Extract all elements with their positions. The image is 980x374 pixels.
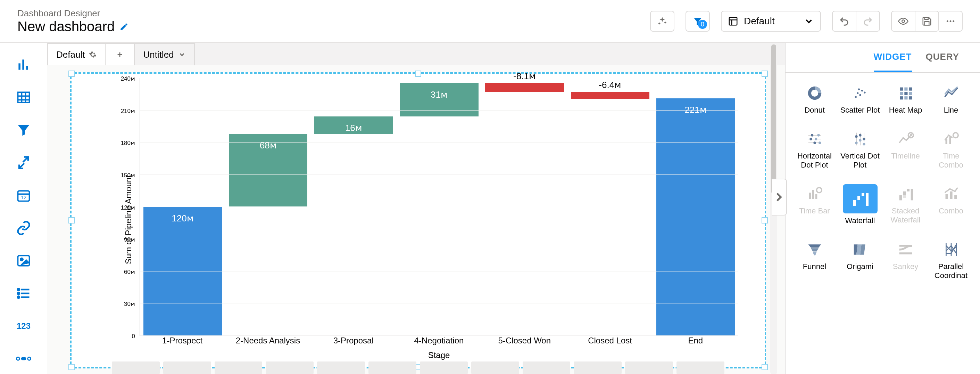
tab-default-label: Default — [56, 50, 85, 60]
widget-canvas[interactable]: Sum of Pipeline Amount 120ᴍ68ᴍ16ᴍ31ᴍ-8.1… — [70, 72, 766, 368]
svg-rect-46 — [900, 96, 903, 99]
charttype-waterfall[interactable]: Waterfall — [838, 184, 881, 225]
bar-label: 68ᴍ — [229, 140, 307, 151]
svg-point-36 — [859, 94, 861, 96]
waterfall-bar[interactable]: 221ᴍ — [656, 98, 735, 336]
chevron-down-icon[interactable] — [178, 51, 186, 58]
svg-rect-0 — [729, 18, 737, 26]
rail-link-icon[interactable] — [16, 221, 31, 236]
more-icon — [945, 16, 956, 26]
expand-panel-button[interactable] — [772, 179, 787, 216]
preview-button[interactable] — [891, 11, 915, 32]
svg-text:12: 12 — [21, 195, 26, 200]
waterfall-bar[interactable]: 68ᴍ — [229, 134, 307, 207]
x-tick: 3-Proposal — [311, 336, 396, 350]
rail-image-icon[interactable] — [16, 253, 31, 269]
waterfall-bar[interactable]: 31ᴍ — [400, 83, 478, 117]
tab-widget[interactable]: WIDGET — [874, 51, 912, 72]
rail-filter-icon[interactable] — [16, 122, 31, 137]
svg-rect-9 — [18, 63, 21, 70]
waterfall-bar[interactable]: -8.1ᴍ — [485, 83, 564, 92]
x-tick: Closed Lost — [567, 336, 652, 350]
charttype-donut[interactable]: Donut — [793, 83, 836, 115]
resize-handle[interactable] — [68, 217, 75, 224]
svg-rect-4 — [925, 18, 928, 19]
svg-rect-45 — [909, 92, 912, 95]
layout-select[interactable]: Default — [721, 11, 821, 32]
canvas-wrap: Default Untitled — [47, 43, 786, 374]
rail-chart-icon[interactable] — [16, 57, 31, 72]
charttype-parallel[interactable]: Parallel Coordinat — [930, 240, 972, 280]
plus-icon — [116, 51, 124, 58]
tab-default[interactable]: Default — [47, 43, 105, 66]
rail-number-icon[interactable]: 123 — [16, 318, 31, 334]
svg-point-34 — [854, 96, 857, 98]
svg-point-65 — [862, 137, 865, 140]
charttype-combo[interactable]: Combo — [930, 184, 972, 225]
charttype-stackedwf[interactable]: Stacked Waterfall — [884, 184, 927, 225]
undo-button[interactable] — [832, 11, 856, 32]
svg-point-56 — [813, 141, 816, 144]
charttype-sankey[interactable]: Sankey — [884, 240, 927, 280]
redo-button[interactable] — [856, 11, 880, 32]
x-axis-label: Stage — [140, 350, 738, 360]
edit-title-icon[interactable] — [119, 22, 129, 31]
svg-rect-79 — [862, 193, 864, 196]
filter-button[interactable]: 0 — [686, 11, 710, 32]
resize-handle[interactable] — [762, 217, 768, 224]
chart-type-grid: Donut Scatter Plot Heat Map Line Horizon… — [786, 73, 980, 291]
charttype-timecombo[interactable]: Time Combo — [930, 129, 972, 169]
svg-point-76 — [816, 188, 822, 193]
x-tick: 1-Prospect — [140, 336, 225, 350]
tab-query[interactable]: QUERY — [926, 51, 959, 72]
charttype-line[interactable]: Line — [930, 83, 972, 115]
charttype-heatmap[interactable]: Heat Map — [884, 83, 927, 115]
charttype-timebar[interactable]: Time Bar — [793, 184, 836, 225]
eye-icon — [898, 16, 908, 26]
grid-guides — [70, 361, 766, 374]
plot-area: 120ᴍ68ᴍ16ᴍ31ᴍ-8.1ᴍ-6.4ᴍ221ᴍ 030ᴍ60ᴍ90ᴍ12… — [140, 78, 738, 336]
rail-list-icon[interactable] — [16, 286, 31, 301]
svg-rect-77 — [853, 200, 856, 206]
svg-point-62 — [859, 134, 861, 136]
svg-rect-73 — [809, 193, 811, 199]
svg-rect-29 — [21, 357, 26, 360]
rail-toggle-icon[interactable] — [16, 351, 31, 366]
charttype-timeline[interactable]: Timeline — [884, 129, 927, 169]
gear-icon[interactable] — [89, 51, 97, 58]
x-tick: 2-Needs Analysis — [225, 336, 310, 350]
svg-point-72 — [953, 133, 958, 138]
bar-label: 31ᴍ — [400, 90, 478, 100]
save-button[interactable] — [915, 11, 939, 32]
resize-handle[interactable] — [415, 70, 421, 77]
scrollbar-thumb[interactable] — [771, 45, 776, 194]
more-button[interactable] — [939, 11, 963, 32]
sparkle-button[interactable] — [650, 11, 675, 32]
bar-label: 16ᴍ — [314, 123, 393, 133]
y-tick: 210ᴍ — [121, 105, 140, 115]
svg-rect-48 — [909, 96, 912, 99]
charttype-funnel[interactable]: Funnel — [793, 240, 836, 280]
rail-table-icon[interactable] — [16, 90, 31, 105]
rail-date-icon[interactable]: 12 — [16, 188, 31, 203]
svg-point-21 — [21, 258, 23, 261]
waterfall-bar[interactable]: -6.4ᴍ — [571, 92, 649, 99]
charttype-hdot[interactable]: Horizontal Dot Plot — [793, 129, 836, 169]
layout-icon — [728, 16, 738, 26]
resize-handle[interactable] — [762, 70, 768, 77]
svg-point-7 — [950, 21, 951, 22]
svg-point-28 — [16, 357, 19, 360]
tab-untitled[interactable]: Untitled — [135, 43, 194, 66]
left-rail: 12 123 — [0, 43, 47, 374]
rail-container-icon[interactable] — [16, 155, 31, 170]
chevron-right-icon — [772, 190, 786, 205]
waterfall-bar[interactable]: 16ᴍ — [314, 117, 393, 133]
charttype-scatter[interactable]: Scatter Plot — [838, 83, 881, 115]
tab-add[interactable] — [105, 43, 135, 66]
breadcrumb: Dashboard Designer — [18, 8, 129, 19]
y-tick: 60ᴍ — [124, 266, 140, 276]
svg-point-26 — [18, 292, 20, 294]
resize-handle[interactable] — [68, 70, 75, 77]
charttype-origami[interactable]: Origami — [838, 240, 881, 280]
charttype-vdot[interactable]: Vertical Dot Plot — [838, 129, 881, 169]
